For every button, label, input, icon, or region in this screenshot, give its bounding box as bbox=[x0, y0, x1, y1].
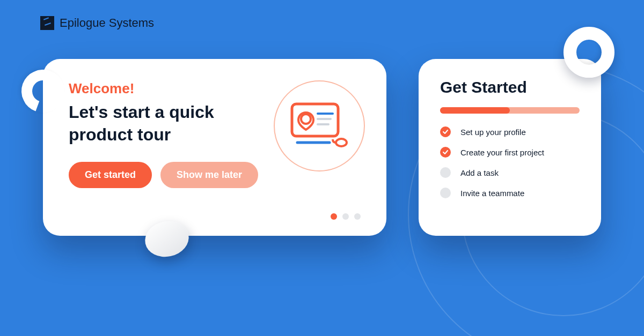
get-started-card: Get Started Set up your profile Create y… bbox=[419, 59, 601, 236]
tour-pager bbox=[331, 213, 361, 220]
brand-name: Epilogue Systems bbox=[60, 16, 154, 30]
show-me-later-button[interactable]: Show me later bbox=[160, 162, 258, 188]
tour-illustration bbox=[274, 80, 365, 171]
check-icon bbox=[440, 147, 451, 158]
logo-icon bbox=[40, 16, 54, 30]
checklist-item-label: Add a task bbox=[460, 168, 499, 177]
pager-dot-2[interactable] bbox=[342, 213, 349, 220]
pager-dot-1[interactable] bbox=[331, 213, 337, 220]
checklist-item-teammate[interactable]: Invite a teammate bbox=[440, 188, 580, 198]
checklist-item-label: Set up your profile bbox=[460, 128, 526, 137]
progress-bar bbox=[440, 107, 580, 114]
product-tour-card: Welcome! Let's start a quick product tou… bbox=[43, 59, 386, 236]
tour-heading: Let's start a quick product tour bbox=[69, 101, 251, 146]
svg-point-1 bbox=[301, 114, 311, 124]
checklist: Set up your profile Create your first pr… bbox=[440, 126, 580, 198]
progress-fill bbox=[440, 107, 510, 114]
get-started-button[interactable]: Get started bbox=[69, 162, 152, 188]
decoration-ring-top bbox=[564, 27, 614, 78]
checklist-item-project[interactable]: Create your first project bbox=[440, 147, 580, 158]
monitor-location-icon bbox=[290, 102, 349, 150]
checklist-item-label: Create your first project bbox=[460, 148, 544, 157]
checklist-item-label: Invite a teammate bbox=[460, 189, 524, 198]
checklist-item-profile[interactable]: Set up your profile bbox=[440, 126, 580, 137]
check-icon bbox=[440, 188, 451, 198]
check-icon bbox=[440, 167, 451, 178]
check-icon bbox=[440, 126, 451, 137]
pager-dot-3[interactable] bbox=[354, 213, 361, 220]
svg-point-6 bbox=[336, 139, 347, 146]
brand-logo: Epilogue Systems bbox=[40, 16, 154, 30]
checklist-item-task[interactable]: Add a task bbox=[440, 167, 580, 178]
checklist-title: Get Started bbox=[440, 78, 580, 96]
